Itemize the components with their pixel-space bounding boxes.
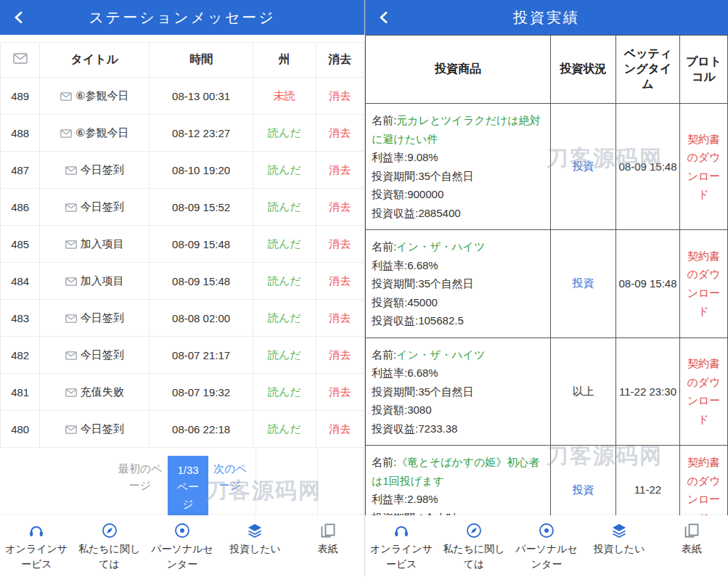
back-button[interactable] [12, 0, 26, 35]
message-title[interactable]: 充值失败 [81, 385, 124, 398]
message-title-cell[interactable]: 今日签到 [40, 337, 150, 374]
envelope-icon [65, 276, 77, 288]
betting-time: 08-09 15:48 [616, 104, 680, 230]
chevron-left-icon [12, 10, 26, 25]
contract-download-link[interactable]: 契約書のダウンロード [687, 250, 720, 318]
protocol-cell[interactable]: 契約書のダウンロード [680, 337, 728, 446]
message-title[interactable]: ⑥参観今日 [75, 126, 128, 139]
message-title-cell[interactable]: 今日签到 [40, 411, 150, 448]
delete-button[interactable]: 消去 [329, 422, 351, 435]
product-name: 元カレとツイラクだけは絶対に避けたい件 [372, 114, 541, 145]
message-title[interactable]: 今日签到 [81, 200, 124, 213]
message-title[interactable]: ⑥参観今日 [75, 89, 128, 102]
message-time: 08-09 15:48 [150, 263, 253, 300]
message-row: 480 今日签到 08-06 22:18 読んだ 消去 [1, 411, 364, 448]
profit-rate: 利益率:6.68% [372, 256, 544, 275]
bottom-nav: オンラインサービス 私たちに関しては パーソナル [365, 515, 728, 577]
contract-download-link[interactable]: 契約書のダウンロード [687, 357, 720, 425]
nav-invest[interactable]: 投資したい [218, 522, 291, 577]
message-state: 読んだ [253, 115, 316, 152]
nav-about-us[interactable]: 私たちに関しては [73, 522, 145, 577]
nav-personal-center[interactable]: パーソナルセンター [510, 522, 583, 577]
nav-cover[interactable]: 表紙 [655, 522, 728, 577]
message-title-cell[interactable]: 今日签到 [40, 300, 150, 337]
nav-about-us[interactable]: 私たちに関しては [438, 522, 510, 577]
protocol-cell[interactable]: 契約書のダウンロード [680, 230, 728, 338]
message-title-cell[interactable]: ⑥参観今日 [40, 115, 150, 152]
invest-amount: 投資額:45000 [372, 293, 544, 312]
first-page-button[interactable]: 最初のページ [118, 456, 163, 515]
message-time: 08-10 19:20 [150, 152, 253, 189]
name-label: 名前: [372, 348, 396, 361]
envelope-icon [60, 128, 72, 140]
message-title-cell[interactable]: ⑥参観今日 [40, 78, 150, 115]
message-delete-cell[interactable]: 消去 [316, 263, 364, 300]
delete-button[interactable]: 消去 [329, 348, 351, 361]
message-delete-cell[interactable]: 消去 [316, 337, 364, 374]
message-row: 482 今日签到 08-07 21:17 読んだ 消去 [1, 337, 364, 374]
delete-button[interactable]: 消去 [329, 311, 351, 324]
delete-button[interactable]: 消去 [329, 200, 351, 213]
message-delete-cell[interactable]: 消去 [316, 189, 364, 226]
message-id: 485 [1, 226, 40, 263]
nav-label: 私たちに関しては [78, 541, 142, 572]
message-title[interactable]: 今日签到 [81, 163, 124, 176]
nav-online-service[interactable]: オンラインサービス [0, 522, 73, 577]
message-title-cell[interactable]: 充值失败 [40, 374, 150, 411]
message-delete-cell[interactable]: 消去 [316, 374, 364, 411]
next-page-button[interactable]: 次のページ [213, 456, 247, 515]
message-state: 未読 [253, 78, 316, 115]
message-title-cell[interactable]: 加入项目 [40, 226, 150, 263]
chevron-left-icon [377, 10, 391, 25]
message-id: 486 [1, 189, 40, 226]
product-name-line: 名前:元カレとツイラクだけは絶対に避けたい件 [372, 111, 544, 148]
message-delete-cell[interactable]: 消去 [316, 152, 364, 189]
status-link[interactable]: 以上 [573, 385, 594, 397]
message-title[interactable]: 今日签到 [81, 348, 124, 361]
delete-button[interactable]: 消去 [329, 237, 351, 250]
contract-download-link[interactable]: 契約書のダウンロード [687, 133, 720, 201]
delete-button[interactable]: 消去 [329, 89, 351, 102]
message-title[interactable]: 加入项目 [81, 274, 124, 287]
nav-personal-center[interactable]: パーソナルセンター [146, 522, 218, 577]
delete-button[interactable]: 消去 [329, 163, 351, 176]
protocol-cell[interactable]: 契約書のダウンロード [680, 104, 728, 230]
nav-cover[interactable]: 表紙 [292, 522, 364, 577]
message-title-cell[interactable]: 今日签到 [40, 152, 150, 189]
message-delete-cell[interactable]: 消去 [316, 300, 364, 337]
status-link[interactable]: 投資 [573, 160, 594, 172]
message-delete-cell[interactable]: 消去 [316, 411, 364, 448]
delete-button[interactable]: 消去 [329, 385, 351, 398]
status-link[interactable]: 投資 [573, 277, 594, 289]
nav-online-service[interactable]: オンラインサービス [365, 522, 438, 577]
col-header-title: タイトル [40, 43, 150, 78]
message-delete-cell[interactable]: 消去 [316, 115, 364, 152]
envelope-icon [65, 313, 77, 325]
message-title-cell[interactable]: 今日签到 [40, 189, 150, 226]
back-button[interactable] [377, 0, 391, 35]
message-row: 484 加入项目 08-09 15:48 読んだ 消去 [1, 263, 364, 300]
delete-button[interactable]: 消去 [329, 126, 351, 139]
nav-invest[interactable]: 投資したい [583, 522, 655, 577]
target-icon [538, 522, 555, 539]
message-row: 488 ⑥参観今日 08-12 23:27 読んだ 消去 [1, 115, 364, 152]
contract-download-link[interactable]: 契約書のダウンロード [687, 456, 720, 524]
message-state: 読んだ [253, 411, 316, 448]
col-header-protocol: プロトコル [680, 36, 728, 104]
headset-icon [28, 522, 45, 539]
message-title[interactable]: 今日签到 [81, 422, 124, 435]
nav-label: オンラインサービス [4, 541, 68, 572]
message-title[interactable]: 加入项目 [81, 237, 124, 250]
status-cell: 投資 [551, 230, 616, 338]
message-time: 08-07 19:32 [150, 374, 253, 411]
message-delete-cell[interactable]: 消去 [316, 78, 364, 115]
target-icon [173, 522, 191, 539]
app: ステーションメッセージ タイトル 時間 州 消去 [0, 0, 728, 577]
message-title[interactable]: 今日签到 [81, 311, 124, 324]
message-title-cell[interactable]: 加入项目 [40, 263, 150, 300]
message-delete-cell[interactable]: 消去 [316, 226, 364, 263]
investment-row: 名前:イン・ザ・ハイツ 利益率:6.68% 投資期間:35个自然日 投資額:30… [366, 337, 728, 446]
delete-button[interactable]: 消去 [329, 274, 351, 287]
status-link[interactable]: 投資 [573, 483, 594, 496]
message-row: 489 ⑥参観今日 08-13 00:31 未読 消去 [1, 78, 364, 115]
